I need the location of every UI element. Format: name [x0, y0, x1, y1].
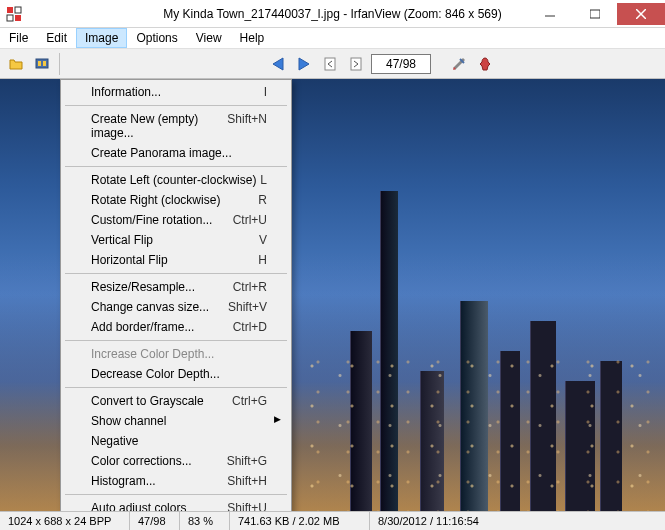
menu-item-histogram[interactable]: Histogram...Shift+H	[63, 471, 289, 491]
toolbar-separator	[59, 53, 60, 75]
next-arrow-icon[interactable]	[293, 52, 317, 76]
menu-item-color-corrections[interactable]: Color corrections...Shift+G	[63, 451, 289, 471]
menu-item-horizontal-flip[interactable]: Horizontal FlipH	[63, 250, 289, 270]
menu-image[interactable]: Image	[76, 28, 127, 48]
menu-item-decrease-color-depth[interactable]: Decrease Color Depth...	[63, 364, 289, 384]
menu-item-convert-to-grayscale[interactable]: Convert to GrayscaleCtrl+G	[63, 391, 289, 411]
app-icon	[6, 6, 22, 22]
slideshow-icon[interactable]	[30, 52, 54, 76]
svg-rect-5	[590, 10, 600, 18]
statusbar: 1024 x 688 x 24 BPP 47/98 83 % 741.63 KB…	[0, 511, 665, 530]
menu-item-shortcut: I	[264, 85, 267, 99]
menu-separator	[65, 387, 287, 388]
status-datetime: 8/30/2012 / 11:16:54	[370, 512, 665, 530]
menu-item-label: Change canvas size...	[91, 300, 209, 314]
menu-item-custom-fine-rotation[interactable]: Custom/Fine rotation...Ctrl+U	[63, 210, 289, 230]
menu-options[interactable]: Options	[127, 28, 186, 48]
menu-item-label: Create Panorama image...	[91, 146, 232, 160]
prev-arrow-icon[interactable]	[267, 52, 291, 76]
menu-help[interactable]: Help	[231, 28, 274, 48]
image-menu-dropdown: Information...ICreate New (empty) image.…	[60, 79, 292, 511]
menu-item-label: Increase Color Depth...	[91, 347, 214, 361]
menu-item-shortcut: Ctrl+U	[233, 213, 267, 227]
svg-rect-12	[351, 58, 361, 70]
menu-item-shortcut: H	[258, 253, 267, 267]
menu-edit[interactable]: Edit	[37, 28, 76, 48]
menu-item-resize-resample[interactable]: Resize/Resample...Ctrl+R	[63, 277, 289, 297]
menu-view[interactable]: View	[187, 28, 231, 48]
svg-rect-1	[15, 7, 21, 13]
minimize-button[interactable]	[527, 3, 572, 25]
menu-item-shortcut: L	[260, 173, 267, 187]
menu-separator	[65, 166, 287, 167]
menu-item-label: Show channel	[91, 414, 166, 428]
menu-item-shortcut: R	[258, 193, 267, 207]
menu-item-label: Rotate Left (counter-clockwise)	[91, 173, 256, 187]
menu-item-label: Information...	[91, 85, 161, 99]
svg-rect-9	[38, 61, 41, 66]
menu-item-rotate-left-counter-clockwise[interactable]: Rotate Left (counter-clockwise)L	[63, 170, 289, 190]
menu-item-change-canvas-size[interactable]: Change canvas size...Shift+V	[63, 297, 289, 317]
titlebar: My Kinda Town_217440037_l.jpg - IrfanVie…	[0, 0, 665, 28]
menu-item-label: Custom/Fine rotation...	[91, 213, 212, 227]
menu-item-shortcut: Ctrl+D	[233, 320, 267, 334]
menu-item-vertical-flip[interactable]: Vertical FlipV	[63, 230, 289, 250]
menu-item-label: Vertical Flip	[91, 233, 153, 247]
plugin-icon[interactable]	[473, 52, 497, 76]
menu-item-label: Horizontal Flip	[91, 253, 168, 267]
menu-item-add-border-frame[interactable]: Add border/frame...Ctrl+D	[63, 317, 289, 337]
menu-item-shortcut: Shift+N	[227, 112, 267, 140]
status-filesize: 741.63 KB / 2.02 MB	[230, 512, 370, 530]
content-area: Information...ICreate New (empty) image.…	[0, 79, 665, 511]
menu-item-increase-color-depth: Increase Color Depth...	[63, 344, 289, 364]
status-dimensions: 1024 x 688 x 24 BPP	[0, 512, 130, 530]
menu-item-show-channel[interactable]: Show channel▶	[63, 411, 289, 431]
menu-separator	[65, 273, 287, 274]
menu-item-label: Histogram...	[91, 474, 156, 488]
menu-item-label: Resize/Resample...	[91, 280, 195, 294]
svg-rect-10	[43, 61, 46, 66]
submenu-arrow-icon: ▶	[274, 414, 281, 424]
menu-file[interactable]: File	[0, 28, 37, 48]
menu-item-auto-adjust-colors[interactable]: Auto adjust colorsShift+U	[63, 498, 289, 511]
last-page-icon[interactable]	[345, 52, 369, 76]
svg-rect-0	[7, 7, 13, 13]
menu-item-negative[interactable]: Negative	[63, 431, 289, 451]
menu-item-shortcut: Ctrl+R	[233, 280, 267, 294]
svg-rect-2	[7, 15, 13, 21]
menu-item-shortcut: Shift+H	[227, 474, 267, 488]
menu-item-shortcut: Shift+V	[228, 300, 267, 314]
menu-item-shortcut: V	[259, 233, 267, 247]
status-zoom: 83 %	[180, 512, 230, 530]
menu-item-information[interactable]: Information...I	[63, 82, 289, 102]
menu-item-create-panorama-image[interactable]: Create Panorama image...	[63, 143, 289, 163]
menu-item-rotate-right-clockwise[interactable]: Rotate Right (clockwise)R	[63, 190, 289, 210]
menu-separator	[65, 494, 287, 495]
open-icon[interactable]	[4, 52, 28, 76]
menu-item-shortcut: Shift+G	[227, 454, 267, 468]
close-button[interactable]	[617, 3, 665, 25]
menu-item-label: Add border/frame...	[91, 320, 194, 334]
menu-item-shortcut: Shift+U	[227, 501, 267, 511]
svg-rect-3	[15, 15, 21, 21]
toolbar	[0, 49, 665, 79]
svg-rect-8	[36, 59, 48, 68]
menu-item-label: Create New (empty) image...	[91, 112, 227, 140]
menubar: File Edit Image Options View Help	[0, 28, 665, 49]
settings-icon[interactable]	[447, 52, 471, 76]
menu-item-label: Decrease Color Depth...	[91, 367, 220, 381]
maximize-button[interactable]	[572, 3, 617, 25]
page-counter-input[interactable]	[371, 54, 431, 74]
menu-item-label: Color corrections...	[91, 454, 192, 468]
menu-item-label: Negative	[91, 434, 138, 448]
menu-separator	[65, 340, 287, 341]
menu-item-label: Auto adjust colors	[91, 501, 186, 511]
first-page-icon[interactable]	[319, 52, 343, 76]
menu-item-create-new-empty-image[interactable]: Create New (empty) image...Shift+N	[63, 109, 289, 143]
menu-item-label: Rotate Right (clockwise)	[91, 193, 220, 207]
menu-item-shortcut: Ctrl+G	[232, 394, 267, 408]
svg-rect-11	[325, 58, 335, 70]
menu-item-label: Convert to Grayscale	[91, 394, 204, 408]
menu-separator	[65, 105, 287, 106]
status-page: 47/98	[130, 512, 180, 530]
